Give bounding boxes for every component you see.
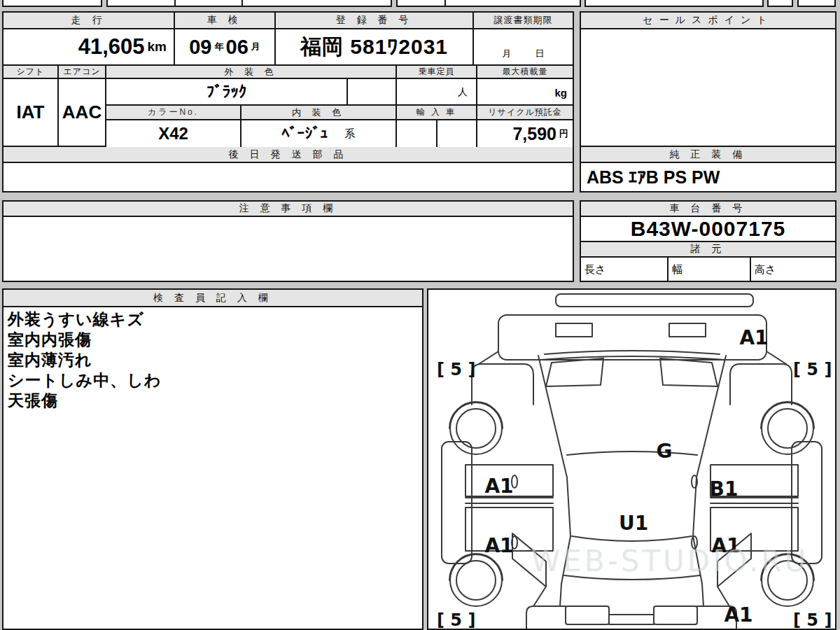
chassis-value: B43W-0007175: [631, 217, 786, 241]
capacity-unit: 人: [458, 86, 468, 99]
cutoff-cell: [106, 0, 176, 7]
transfer-month-unit: 月: [503, 48, 512, 60]
shift-value: IAT: [17, 102, 45, 123]
height-label: 高さ: [755, 263, 776, 276]
shaken-value-cell: 09年 06月: [175, 29, 276, 66]
caution-body: [4, 217, 573, 281]
color-no-header: カラーNo.: [106, 106, 241, 120]
sales-point-body: [581, 29, 835, 149]
width-label: 幅: [672, 263, 682, 276]
shift-label: シフト: [17, 66, 45, 78]
wiper-pane-right: [660, 358, 718, 386]
mileage-header-label: 走 行: [71, 14, 106, 27]
windshield-top-arc: [545, 351, 720, 354]
sales-point-header: セールスポイント: [581, 13, 835, 29]
cutoff-cell: [174, 0, 243, 7]
equipment-box: 純 正 装 備 ABS ｴｱB PS PW: [580, 146, 836, 192]
mileage-value-cell: 41,605km: [4, 29, 175, 66]
taillight-right-shape: [654, 606, 697, 624]
recycle-unit: 円: [559, 127, 568, 140]
aircon-value: AAC: [62, 102, 102, 123]
trunk-sides: [560, 584, 704, 606]
wheel-front-left: [450, 402, 502, 454]
later-parts-body: [4, 163, 573, 191]
interior-color-value-cell: ﾍﾞｰｼﾞｭ 系: [241, 120, 397, 147]
recycle-value-cell: 7,590円: [477, 120, 573, 147]
registration-header-label: 登 録 番 号: [336, 14, 413, 27]
vehicle-info-table: 走 行 車 検 登 録 番 号 譲渡書類期限 41,605km 09年 06月 …: [2, 11, 574, 192]
transfer-day-unit: 日: [536, 48, 545, 60]
chassis-value-cell: B43W-0007175: [581, 217, 835, 242]
import-label: 輸 入 車: [416, 106, 457, 118]
inspector-note: シートしみ中、しわ: [8, 370, 418, 391]
a-pillars: [538, 356, 726, 477]
mileage-value: 41,605: [78, 34, 145, 59]
shaken-header: 車 検: [175, 13, 276, 29]
chassis-box: 車 台 番 号 B43W-0007175 諸 元 長さ 幅 高さ: [580, 200, 836, 282]
later-parts-header: 後 日 発 送 部 品: [4, 147, 573, 163]
cutoff-cell: [797, 0, 836, 7]
chassis-header: 車 台 番 号: [581, 202, 835, 217]
shift-value-cell: IAT: [4, 79, 59, 147]
recycle-header: リサイクル預託金: [477, 106, 573, 120]
max-load-header: 最大積載量: [477, 66, 573, 79]
car-diagram-box: A1 [ 5 ] [ 5 ] G A1 B1 U1 A1 A1 A1 [ 5 ]…: [427, 288, 836, 630]
length-cell: 長さ: [581, 258, 668, 281]
fender-front-left: [472, 364, 533, 405]
height-cell: 高さ: [751, 258, 835, 281]
caution-box: 注 意 事 項 欄: [2, 200, 574, 282]
quarter-to-bumper: [533, 587, 729, 606]
aircon-header: エアコン: [59, 66, 106, 79]
damage-label-five-fr: [ 5 ]: [793, 360, 832, 379]
damage-label-five-rl: [ 5 ]: [437, 610, 475, 629]
color-no-value: X42: [158, 124, 188, 144]
exterior-color-label: 外 装 色: [224, 66, 277, 78]
damage-label-five-fl: [ 5 ]: [437, 360, 475, 379]
inspector-box: 検 査 員 記 入 欄 外装うすい線キズ 室内内張傷 室内薄汚れ シートしみ中、…: [2, 288, 424, 630]
import-cell-2: [438, 120, 477, 147]
exterior-color-header: 外 装 色: [106, 66, 397, 79]
recycle-value: 7,590: [512, 124, 556, 144]
cutoff-cell: [2, 0, 102, 7]
length-label: 長さ: [584, 263, 606, 276]
shaken-year: 09: [189, 36, 211, 59]
damage-label-a1-rl-door: A1: [484, 534, 513, 557]
chassis-label: 車 台 番 号: [670, 202, 747, 215]
registration-value-cell: 福岡 581ﾜ2031: [276, 29, 474, 66]
recycle-label: リサイクル預託金: [488, 106, 561, 118]
transfer-deadline-label: 譲渡書類期限: [494, 14, 553, 27]
damage-label-g: G: [657, 440, 673, 463]
car-diagram: A1 [ 5 ] [ 5 ] G A1 B1 U1 A1 A1 A1 [ 5 ]…: [428, 290, 835, 629]
headlight-left-shape: [556, 323, 592, 337]
wheel-rear-left: [450, 554, 502, 606]
cutoff-cell: [444, 0, 581, 7]
width-cell: 幅: [668, 258, 751, 281]
auction-sheet: 走 行 車 検 登 録 番 号 譲渡書類期限 41,605km 09年 06月 …: [0, 0, 840, 630]
wheel-rear-left-inner: [456, 561, 496, 600]
inspector-header: 検 査 員 記 入 欄: [4, 290, 422, 307]
rear-bumper-shape: [526, 606, 736, 629]
equipment-header: 純 正 装 備: [581, 147, 835, 163]
equipment-value: ABS ｴｱB PS PW: [587, 167, 720, 188]
mileage-unit: km: [148, 39, 167, 55]
wheel-front-right: [762, 402, 813, 454]
caution-label: 注 意 事 項 欄: [239, 202, 337, 215]
fender-front-right: [730, 364, 792, 405]
watermark-text: WEB-STUDIO.RU: [531, 544, 808, 578]
inspector-note: 室内内張傷: [8, 330, 418, 350]
sales-point-label: セールスポイント: [643, 14, 773, 27]
import-cell-1: [397, 120, 438, 147]
interior-color-label: 内 装 色: [292, 106, 345, 119]
damage-label-a1-rear: A1: [724, 603, 752, 626]
inspector-label: 検 査 員 記 入 欄: [153, 292, 272, 304]
bumper-fender-links: [479, 351, 786, 364]
inspector-body: 外装うすい線キズ 室内内張傷 室内薄汚れ シートしみ中、しわ 天張傷: [4, 307, 422, 413]
roof-strip-shape: [556, 294, 753, 307]
headlight-right-shape: [669, 323, 706, 337]
shaken-year-unit: 年: [215, 41, 224, 53]
cutoff-cell: [396, 0, 446, 7]
color-no-value-cell: X42: [106, 120, 241, 147]
wiper-pane-left: [546, 358, 603, 386]
cutoff-cell: [767, 0, 793, 7]
front-bumper-shape: [498, 315, 766, 360]
